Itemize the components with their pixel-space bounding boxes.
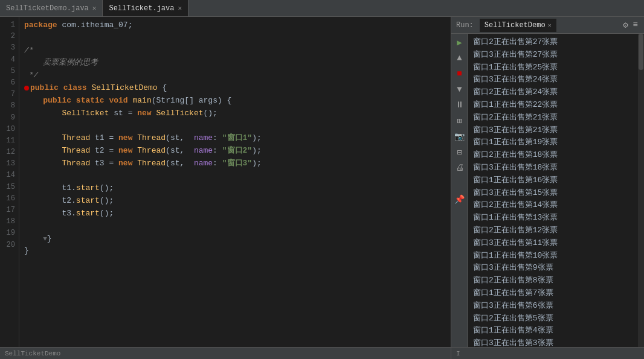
run-tab-sell-ticket-demo[interactable]: SellTicketDemo ✕: [480, 19, 556, 32]
run-print-icon[interactable]: 🖨: [454, 162, 466, 174]
run-blank-icon: [454, 177, 466, 189]
run-export-icon[interactable]: ⊟: [454, 146, 466, 158]
output-line: 窗口3正在出售第3张票: [473, 337, 633, 347]
editor-area: 1 2 3 4 5 6 7 8 9 10 11 12 13 14 15 16 1…: [0, 17, 451, 359]
run-output-area: ▶ ▲ ■ ▼ ⏸ ⊞ 📷 ⊟ 🖨 📌 窗口2正在出售第27张票窗口3正在出售第…: [451, 34, 644, 347]
output-line: 窗口3正在出售第6张票: [473, 300, 633, 313]
output-line: 窗口1正在出售第16张票: [473, 174, 633, 187]
output-line: 窗口2正在出售第8张票: [473, 275, 633, 287]
output-line: 窗口3正在出售第18张票: [473, 162, 633, 174]
code-line-13: [24, 170, 451, 183]
code-line-8: SellTicket st = new SellTicket();: [24, 107, 451, 120]
run-label: Run:: [456, 21, 474, 30]
run-scrollbar-thumb[interactable]: [639, 34, 643, 70]
run-scroll-up-icon[interactable]: ▲: [454, 52, 466, 64]
output-line: 窗口3正在出售第24张票: [473, 74, 633, 86]
run-scrollbar[interactable]: [638, 34, 644, 347]
code-line-14: t1.start();: [24, 182, 451, 195]
code-line-17: [24, 220, 451, 233]
run-header-icons: ⚙ ≡: [622, 19, 639, 31]
output-line: 窗口3正在出售第11张票: [473, 237, 633, 250]
tab-bar: SellTicketDemo.java ✕ SellTicket.java ✕: [0, 0, 644, 17]
close-tab-sell-ticket-demo[interactable]: ✕: [92, 4, 97, 12]
run-menu-icon[interactable]: ≡: [632, 19, 639, 31]
code-line-15: t2.start();: [24, 195, 451, 208]
output-line: 窗口3正在出售第27张票: [473, 49, 633, 62]
output-line: 窗口3正在出售第15张票: [473, 187, 633, 200]
output-line: 窗口2正在出售第5张票: [473, 313, 633, 325]
code-line-9: [24, 119, 451, 132]
output-line: 窗口3正在出售第9张票: [473, 262, 633, 275]
code-container: 1 2 3 4 5 6 7 8 9 10 11 12 13 14 15 16 1…: [0, 17, 451, 347]
main-area: 1 2 3 4 5 6 7 8 9 10 11 12 13 14 15 16 1…: [0, 17, 644, 359]
code-line-18: ▼}: [24, 233, 451, 246]
run-cursor-indicator: I: [456, 350, 460, 357]
tab-sell-ticket-tab[interactable]: SellTicket.java ✕: [103, 0, 188, 16]
run-restart-icon[interactable]: ▶: [454, 36, 466, 48]
code-editor[interactable]: package com.itheima_07; /* 卖票案例的思考 */ pu…: [19, 17, 451, 347]
code-line-16: t3.start();: [24, 208, 451, 220]
run-output-console: 窗口2正在出售第27张票窗口3正在出售第27张票窗口1正在出售第25张票窗口3正…: [468, 34, 638, 347]
output-line: 窗口1正在出售第10张票: [473, 250, 633, 262]
run-stop-icon[interactable]: ■: [454, 68, 466, 80]
run-pause-icon[interactable]: ⏸: [454, 99, 466, 111]
code-line-1: package com.itheima_07;: [24, 19, 451, 32]
editor-file-label: SellTicketDemo: [5, 350, 60, 357]
line-numbers: 1 2 3 4 5 6 7 8 9 10 11 12 13 14 15 16 1…: [0, 17, 19, 347]
code-line-12: Thread t3 = new Thread(st, name: "窗口3");: [24, 157, 451, 170]
output-line: 窗口1正在出售第19张票: [473, 136, 633, 149]
output-line: 窗口2正在出售第21张票: [473, 112, 633, 124]
output-line: 窗口2正在出售第12张票: [473, 224, 633, 237]
code-line-7: public static void main(String[] args) {: [24, 95, 451, 107]
run-header: Run: SellTicketDemo ✕ ⚙ ≡: [451, 17, 644, 34]
run-scroll-down-icon[interactable]: ▼: [454, 83, 466, 95]
output-line: 窗口1正在出售第25张票: [473, 62, 633, 74]
code-line-3: /*: [24, 45, 451, 57]
code-line-6: public class SellTicketDemo {: [24, 82, 451, 95]
code-line-2: [24, 32, 451, 45]
run-layout-icon[interactable]: ⊞: [454, 115, 466, 127]
output-line: 窗口2正在出售第27张票: [473, 36, 633, 49]
output-line: 窗口1正在出售第13张票: [473, 212, 633, 224]
output-line: 窗口1正在出售第4张票: [473, 325, 633, 337]
output-line: 窗口2正在出售第18张票: [473, 149, 633, 162]
output-line: 窗口2正在出售第14张票: [473, 199, 633, 212]
editor-status-bar: SellTicketDemo: [0, 347, 451, 359]
code-line-11: Thread t2 = new Thread(st, name: "窗口2");: [24, 145, 451, 157]
tab-sell-ticket-demo-tab[interactable]: SellTicketDemo.java ✕: [0, 0, 103, 16]
code-line-5: */: [24, 69, 451, 82]
tab-sell-ticket-label: SellTicket.java: [109, 4, 174, 13]
output-line: 窗口1正在出售第22张票: [473, 99, 633, 112]
code-line-19: }: [24, 245, 451, 258]
run-status-bar: I: [451, 347, 644, 359]
code-line-20: [24, 258, 451, 270]
code-line-10: Thread t1 = new Thread(st, name: "窗口1");: [24, 132, 451, 145]
run-tab-label: SellTicketDemo: [485, 21, 546, 30]
output-line: 窗口2正在出售第24张票: [473, 86, 633, 99]
tab-sell-ticket-demo-label: SellTicketDemo.java: [6, 4, 89, 13]
close-run-tab[interactable]: ✕: [548, 22, 552, 29]
run-camera-icon[interactable]: 📷: [454, 130, 466, 142]
run-icon-bar: ▶ ▲ ■ ▼ ⏸ ⊞ 📷 ⊟ 🖨 📌: [451, 34, 468, 347]
run-settings-icon[interactable]: ⚙: [622, 19, 629, 31]
output-line: 窗口1正在出售第7张票: [473, 287, 633, 300]
code-line-4: 卖票案例的思考: [24, 57, 451, 69]
run-pin-icon[interactable]: 📌: [454, 193, 466, 205]
close-tab-sell-ticket[interactable]: ✕: [178, 4, 182, 12]
run-panel: Run: SellTicketDemo ✕ ⚙ ≡ ▶ ▲ ■ ▼ ⏸ ⊞ 📷 …: [451, 17, 644, 359]
output-line: 窗口3正在出售第21张票: [473, 124, 633, 137]
